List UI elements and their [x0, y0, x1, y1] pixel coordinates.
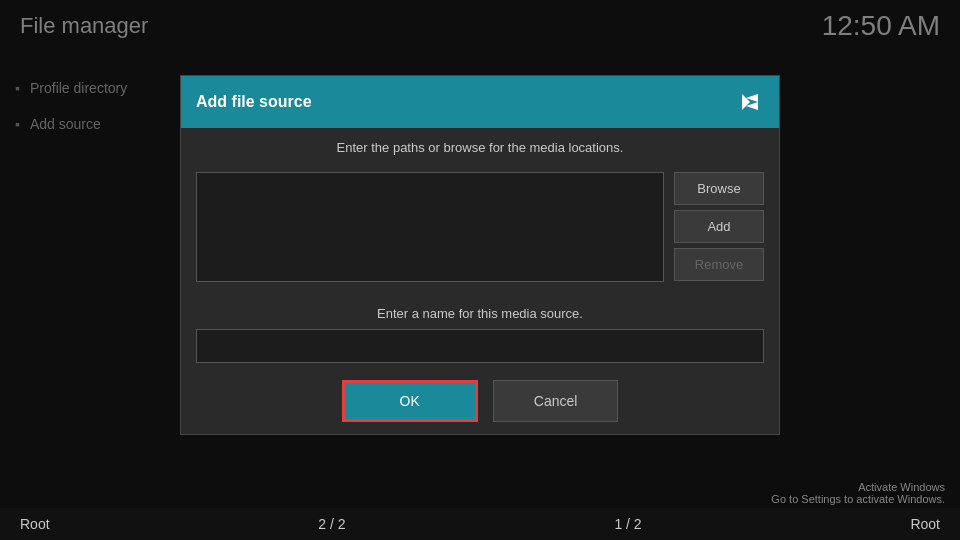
name-label: Enter a name for this media source. — [196, 306, 764, 321]
dialog-body: Browse Add Remove — [181, 167, 779, 301]
cancel-button[interactable]: Cancel — [493, 380, 619, 422]
name-section: Enter a name for this media source. — [181, 301, 779, 368]
name-input[interactable] — [196, 329, 764, 363]
side-buttons: Browse Add Remove — [674, 172, 764, 286]
browse-button[interactable]: Browse — [674, 172, 764, 205]
activate-line2: Go to Settings to activate Windows. — [771, 493, 945, 505]
footer-center-right: 1 / 2 — [614, 516, 641, 532]
dialog-title: Add file source — [196, 93, 312, 111]
url-area — [196, 172, 664, 286]
footer: Root 2 / 2 1 / 2 Root — [0, 508, 960, 540]
activate-line1: Activate Windows — [771, 481, 945, 493]
dialog-header: Add file source — [181, 76, 779, 128]
footer-left: Root — [20, 516, 50, 532]
footer-right: Root — [910, 516, 940, 532]
dialog-subtitle: Enter the paths or browse for the media … — [181, 128, 779, 167]
remove-button[interactable]: Remove — [674, 248, 764, 281]
ok-button[interactable]: OK — [342, 380, 478, 422]
add-file-source-dialog: Add file source Enter the paths or brows… — [180, 75, 780, 435]
url-input[interactable] — [196, 172, 664, 282]
kodi-logo-icon — [736, 88, 764, 116]
add-button[interactable]: Add — [674, 210, 764, 243]
activate-windows-notice: Activate Windows Go to Settings to activ… — [771, 481, 945, 505]
dialog-footer: OK Cancel — [181, 368, 779, 434]
footer-center-left: 2 / 2 — [318, 516, 345, 532]
